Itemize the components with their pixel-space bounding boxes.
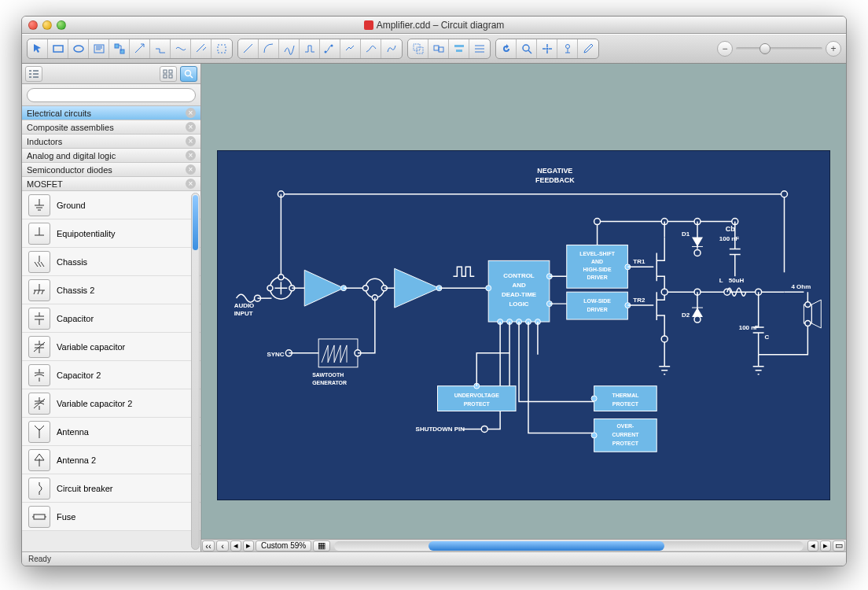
view-tree-button[interactable] (25, 66, 42, 82)
measure-tool[interactable] (557, 39, 578, 58)
svg-text:TR2: TR2 (633, 297, 645, 304)
close-category-icon[interactable]: × (186, 164, 196, 175)
bezier-tool[interactable] (320, 39, 340, 58)
shape-label: Antenna (57, 427, 89, 437)
category-label: Composite assemblies (27, 123, 114, 132)
align-tool[interactable] (449, 39, 469, 58)
sidebar-category[interactable]: MOSFET× (22, 177, 200, 191)
connector-tool[interactable] (109, 39, 130, 58)
close-category-icon[interactable]: × (186, 122, 196, 132)
zoom-window-icon[interactable] (57, 20, 66, 30)
canvas[interactable]: NEGATIVE FEEDBACK AUDIO INPUT (201, 64, 846, 539)
shape-label: Circuit breaker (57, 484, 113, 493)
sidebar-category[interactable]: Analog and digital logic× (22, 149, 200, 163)
close-icon[interactable] (28, 20, 38, 30)
zoom-in-button[interactable]: + (826, 41, 841, 57)
zoom-slider[interactable] (736, 47, 822, 50)
refresh-tool[interactable] (496, 39, 517, 58)
status-bar: Ready (22, 551, 846, 566)
shape-item[interactable]: Chassis 2 (22, 276, 200, 304)
shape-item[interactable]: Circuit breaker (22, 474, 200, 503)
svg-rect-61 (567, 292, 628, 319)
shape-item[interactable]: Variable capacitor (22, 333, 200, 361)
arc2-tool[interactable] (259, 39, 279, 58)
ellipse-tool[interactable] (68, 39, 89, 58)
shape-item[interactable]: Fuse (22, 503, 200, 531)
shape-item[interactable]: Chassis (22, 248, 200, 276)
hscrollbar[interactable] (334, 541, 804, 551)
close-category-icon[interactable]: × (186, 136, 196, 146)
svg-text:DEAD-TIME: DEAD-TIME (502, 291, 536, 298)
svg-point-48 (486, 286, 491, 291)
sidebar-category[interactable]: Inductors× (22, 135, 200, 149)
ungroup-tool[interactable] (428, 39, 449, 58)
shape-item[interactable]: Antenna (22, 418, 200, 446)
diagram-page[interactable]: NEGATIVE FEEDBACK AUDIO INPUT (217, 150, 830, 500)
shape-label: Antenna 2 (57, 455, 96, 465)
cap-icon (28, 308, 50, 330)
close-category-icon[interactable]: × (186, 179, 196, 189)
tool-group-shapes (27, 39, 233, 59)
search-toggle-button[interactable] (180, 66, 197, 82)
svg-point-32 (278, 275, 284, 280)
group-tool[interactable] (408, 39, 428, 58)
spline-tool[interactable] (361, 39, 381, 58)
svg-rect-20 (169, 75, 172, 78)
freeform-tool[interactable] (381, 39, 402, 58)
sidebar-category[interactable]: Composite assemblies× (22, 120, 200, 135)
zoom-label[interactable]: Custom 59% (256, 540, 311, 551)
chassis2-icon (28, 279, 50, 301)
sidebar-category[interactable]: Electrical circuits× (22, 106, 200, 120)
pan-tool[interactable] (537, 39, 557, 58)
shape-item[interactable]: Ground (22, 191, 200, 219)
close-category-icon[interactable]: × (186, 150, 196, 160)
scroll-right2-button[interactable]: ▸ (820, 540, 831, 551)
fuse-icon (28, 506, 50, 528)
titlebar: Amplifier.cdd – Circuit diagram (22, 17, 846, 34)
shape-item[interactable]: Variable capacitor 2 (22, 389, 200, 418)
rect-tool[interactable] (48, 39, 68, 58)
marquee-tool[interactable] (211, 39, 232, 58)
svg-text:DRIVER: DRIVER (587, 307, 607, 312)
shape-label: Chassis 2 (57, 286, 94, 295)
minimize-icon[interactable] (42, 20, 52, 30)
line-tool[interactable] (150, 39, 171, 58)
zoom-tool[interactable] (517, 39, 537, 58)
page-prev-button[interactable]: ‹ (216, 540, 229, 551)
shape-label: Capacitor 2 (57, 371, 101, 380)
breaker-icon (28, 478, 50, 500)
svg-text:CURRENT: CURRENT (612, 432, 639, 437)
text-tool[interactable] (89, 39, 109, 58)
pointer-tool[interactable] (28, 39, 48, 58)
poly-tool[interactable] (300, 39, 320, 58)
shape-item[interactable]: Capacitor 2 (22, 361, 200, 389)
view-grid-button[interactable] (160, 66, 177, 82)
svg-text:L: L (719, 277, 723, 284)
path-tool[interactable] (340, 39, 361, 58)
shape-item[interactable]: Equipotentiality (22, 219, 200, 248)
zoom-out-button[interactable]: − (717, 41, 733, 57)
scroll-right-button[interactable]: ▸ (243, 540, 254, 551)
arc-tool[interactable] (191, 39, 211, 58)
shape-item[interactable]: Antenna 2 (22, 446, 200, 474)
line2-tool[interactable] (238, 39, 259, 58)
distribute-tool[interactable] (469, 39, 490, 58)
sidebar-category[interactable]: Semiconductor diodes× (22, 163, 200, 177)
svg-point-93 (661, 336, 668, 342)
page-first-button[interactable]: ‹‹ (202, 540, 215, 551)
page-tabs-button[interactable]: ▦ (313, 540, 330, 551)
scroll-left-button[interactable]: ◂ (230, 540, 241, 551)
close-category-icon[interactable]: × (186, 108, 196, 118)
scroll-left2-button[interactable]: ◂ (807, 540, 818, 551)
shape-list: GroundEquipotentialityChassisChassis 2Ca… (22, 191, 200, 551)
shape-item[interactable]: Capacitor (22, 304, 200, 333)
search-input[interactable] (27, 88, 196, 102)
svg-text:SHUTDOWN PIN: SHUTDOWN PIN (416, 426, 465, 433)
eyedropper-tool[interactable] (578, 39, 598, 58)
curve2-tool[interactable] (279, 39, 300, 58)
curve-tool[interactable] (171, 39, 191, 58)
fit-page-button[interactable]: ▭ (833, 540, 845, 551)
branch-tool[interactable] (130, 39, 150, 58)
svg-text:TR1: TR1 (633, 258, 645, 265)
sidebar-scrollbar[interactable] (191, 193, 200, 550)
